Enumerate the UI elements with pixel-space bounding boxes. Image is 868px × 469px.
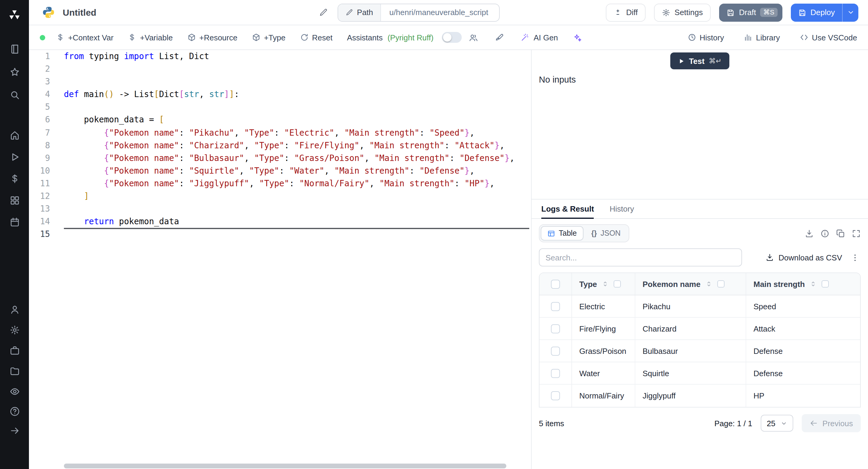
eye-icon[interactable] bbox=[9, 381, 20, 402]
calendar-icon[interactable] bbox=[9, 211, 20, 233]
gear-icon bbox=[662, 8, 670, 17]
dollar-icon[interactable] bbox=[9, 167, 20, 189]
deploy-button[interactable]: Deploy bbox=[790, 3, 842, 22]
code-editor[interactable]: 123456789101112131415 from typing import… bbox=[29, 50, 531, 469]
reset-button[interactable]: Reset bbox=[300, 33, 333, 42]
column-header[interactable]: Main strength bbox=[746, 273, 860, 295]
arrow-right-icon[interactable] bbox=[9, 421, 20, 440]
code-line: ] bbox=[64, 190, 531, 202]
view-table-segment[interactable]: Table bbox=[541, 226, 584, 241]
folder-icon[interactable] bbox=[9, 361, 20, 381]
assistants-detail: (Pyright Ruff) bbox=[388, 33, 434, 42]
star-icon[interactable] bbox=[9, 60, 20, 83]
topbar: Untitled Path u/henri/maneuverable_scrip… bbox=[29, 0, 868, 25]
assistants-toggle[interactable] bbox=[442, 32, 462, 43]
more-options-kebab-icon[interactable] bbox=[850, 253, 860, 262]
add-variable-button[interactable]: +Variable bbox=[128, 33, 173, 42]
path-label-button[interactable]: Path bbox=[338, 4, 381, 21]
copy-icon[interactable] bbox=[836, 229, 845, 238]
tab-logs-result[interactable]: Logs & Result bbox=[541, 199, 594, 218]
row-checkbox[interactable] bbox=[551, 302, 560, 311]
diff-button[interactable]: Diff bbox=[606, 3, 646, 22]
line-number: 3 bbox=[29, 75, 60, 88]
deploy-menu-button[interactable] bbox=[842, 3, 858, 22]
expand-icon[interactable] bbox=[852, 229, 861, 238]
info-icon[interactable] bbox=[820, 229, 830, 238]
row-checkbox[interactable] bbox=[551, 391, 560, 400]
windmill-logo-icon[interactable] bbox=[0, 0, 29, 28]
column-header[interactable]: Pokemon name bbox=[635, 273, 746, 295]
table-toolbar: Download as CSV bbox=[532, 244, 868, 270]
header-checkbox[interactable] bbox=[551, 279, 560, 288]
briefcase-icon[interactable] bbox=[9, 340, 20, 361]
play-icon[interactable] bbox=[9, 146, 20, 167]
download-icon bbox=[765, 253, 774, 262]
add-context-var-button[interactable]: +Context Var bbox=[56, 33, 114, 42]
line-number: 15 bbox=[29, 228, 60, 241]
column-filter-box[interactable] bbox=[822, 280, 829, 287]
ai-gen-button[interactable]: AI Gen bbox=[521, 33, 558, 42]
format-brush-icon[interactable] bbox=[495, 33, 504, 42]
line-number: 2 bbox=[29, 63, 60, 75]
row-checkbox[interactable] bbox=[551, 346, 560, 355]
line-number: 4 bbox=[29, 88, 60, 101]
search-input[interactable] bbox=[539, 248, 742, 267]
code-brackets-icon bbox=[800, 33, 808, 41]
code-line: {"Pokemon name": "Pikachu", "Type": "Ele… bbox=[64, 126, 531, 139]
settings-button[interactable]: Settings bbox=[654, 3, 711, 22]
edit-summary-icon[interactable] bbox=[319, 8, 328, 17]
user-icon[interactable] bbox=[9, 299, 20, 319]
test-button[interactable]: Test ⌘↵ bbox=[670, 53, 730, 69]
add-resource-button[interactable]: +Resource bbox=[187, 33, 237, 42]
line-number: 8 bbox=[29, 139, 60, 152]
chevron-down-icon bbox=[781, 420, 787, 427]
view-json-segment[interactable]: {} JSON bbox=[585, 226, 627, 241]
page-size-select[interactable]: 25 bbox=[761, 415, 794, 432]
tab-history[interactable]: History bbox=[610, 199, 634, 218]
code-line: {"Pokemon name": "Jigglypuff", "Type": "… bbox=[64, 177, 531, 190]
sort-icon[interactable] bbox=[602, 280, 609, 287]
help-icon[interactable] bbox=[9, 402, 20, 421]
current-line-marker bbox=[64, 228, 529, 241]
previous-page-button[interactable]: Previous bbox=[802, 414, 861, 432]
code-line bbox=[64, 75, 531, 88]
download-csv-button[interactable]: Download as CSV bbox=[765, 253, 842, 262]
book-icon[interactable] bbox=[9, 37, 20, 60]
line-number: 13 bbox=[29, 202, 60, 215]
history-button[interactable]: History bbox=[687, 33, 724, 42]
use-vscode-button[interactable]: Use VSCode bbox=[800, 33, 857, 42]
test-shortcut: ⌘↵ bbox=[709, 57, 721, 65]
table-cell: Grass/Poison bbox=[572, 340, 635, 362]
sort-icon[interactable] bbox=[809, 280, 817, 287]
sort-icon[interactable] bbox=[705, 280, 712, 287]
table-cell: Normal/Fairy bbox=[572, 385, 635, 407]
refresh-icon bbox=[300, 33, 308, 41]
table-cell: Attack bbox=[746, 318, 860, 339]
sparkles-icon[interactable] bbox=[572, 33, 581, 42]
table-cell: Defense bbox=[746, 340, 860, 362]
search-icon[interactable] bbox=[9, 83, 20, 106]
draft-button[interactable]: Draft ⌘S bbox=[719, 3, 782, 22]
path-value[interactable]: u/henri/maneuverable_script bbox=[381, 8, 499, 17]
download-result-icon[interactable] bbox=[805, 229, 814, 238]
code-lines[interactable]: from typing import List, Dictdef main() … bbox=[64, 50, 531, 241]
column-filter-box[interactable] bbox=[614, 280, 621, 287]
add-type-button[interactable]: +Type bbox=[252, 33, 286, 42]
app-window: Untitled Path u/henri/maneuverable_scrip… bbox=[0, 0, 868, 469]
line-number: 7 bbox=[29, 126, 60, 139]
column-header[interactable]: Type bbox=[572, 273, 635, 295]
gear-icon[interactable] bbox=[9, 319, 20, 340]
result-controls: Table {} JSON bbox=[532, 219, 868, 244]
column-filter-box[interactable] bbox=[717, 280, 724, 287]
results-tabs: Logs & Result History bbox=[532, 199, 868, 219]
multiplayer-icon[interactable] bbox=[469, 33, 478, 42]
library-button[interactable]: Library bbox=[744, 33, 780, 42]
code-line: from typing import List, Dict bbox=[64, 50, 531, 63]
home-icon[interactable] bbox=[9, 124, 20, 146]
save-icon bbox=[726, 8, 735, 17]
row-checkbox[interactable] bbox=[551, 369, 560, 378]
horizontal-scrollbar[interactable] bbox=[64, 464, 506, 468]
blocks-icon[interactable] bbox=[9, 189, 20, 211]
row-checkbox[interactable] bbox=[551, 324, 560, 333]
code-line: {"Pokemon name": "Squirtle", "Type": "Wa… bbox=[64, 164, 531, 177]
